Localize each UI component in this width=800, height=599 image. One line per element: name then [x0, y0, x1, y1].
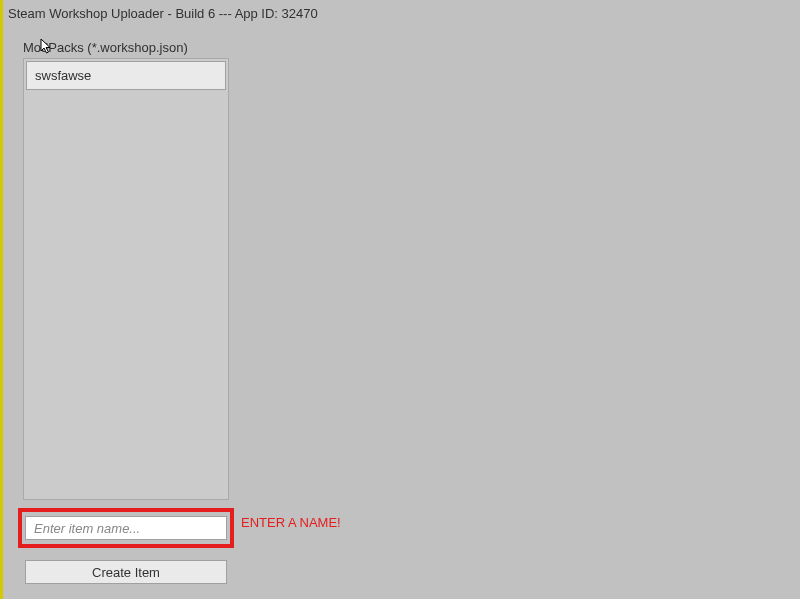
error-message: ENTER A NAME!: [241, 515, 341, 530]
window-title: Steam Workshop Uploader - Build 6 --- Ap…: [0, 0, 800, 21]
modpacks-list[interactable]: swsfawse: [23, 58, 229, 500]
list-item[interactable]: swsfawse: [26, 61, 226, 90]
modpacks-label: ModPacks (*.workshop.json): [23, 40, 188, 55]
create-item-button[interactable]: Create Item: [25, 560, 227, 584]
accent-bar: [0, 0, 3, 599]
item-name-input[interactable]: [25, 516, 227, 540]
